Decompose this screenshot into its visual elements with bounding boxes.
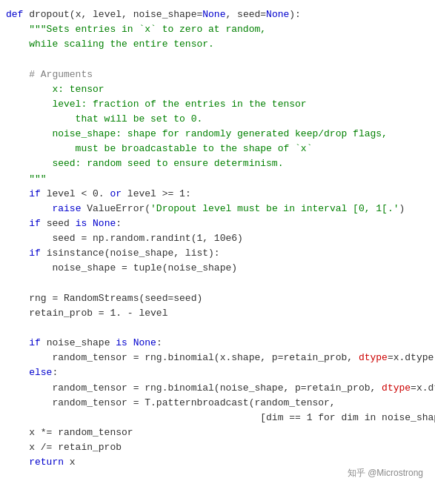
token: level: fraction of the entries in the te… (6, 99, 307, 110)
token: dropout (29, 9, 70, 20)
code-line: noise_shape: shape for randomly generate… (6, 127, 426, 142)
token: if (29, 248, 41, 259)
token: if (29, 188, 41, 199)
token: : (156, 337, 162, 348)
token: is (116, 337, 127, 348)
code-line: random_tensor = rng.binomial(x.shape, p=… (6, 351, 426, 365)
token (6, 337, 29, 348)
code-line: level: fraction of the entries in the te… (6, 97, 426, 112)
code-line: def dropout(x, level, noise_shape=None, … (6, 7, 426, 22)
token: must be broadcastable to the shape of `x… (6, 143, 312, 154)
code-line: while scaling the entire tensor. (6, 37, 426, 52)
token: raise (52, 203, 81, 214)
token: x: tensor (6, 84, 104, 95)
token: x *= random_tensor (6, 427, 133, 438)
token: : (116, 218, 122, 229)
code-line: [dim == 1 for dim in noise_shape]) (6, 411, 426, 425)
code-line: x: tensor (6, 82, 426, 97)
token: or (110, 188, 122, 199)
token (6, 457, 29, 468)
token: seed (41, 218, 76, 229)
code-line: if level < 0. or level >= 1: (6, 187, 426, 202)
token: rng = RandomStreams(seed=seed) (6, 293, 202, 304)
token: dtype (382, 382, 411, 394)
token: def (6, 9, 29, 20)
token (6, 367, 29, 378)
token: [dim == 1 for dim in noise_shape]) (6, 412, 435, 423)
code-line (6, 52, 426, 67)
token: ) (399, 203, 405, 214)
code-line (6, 276, 426, 291)
token: None (133, 337, 156, 348)
token: seed: random seed to ensure determinism. (6, 158, 283, 169)
token: x /= retain_prob (6, 442, 122, 453)
code-line: x *= random_tensor (6, 425, 426, 440)
token: noise_shape (41, 337, 116, 348)
code-content: def dropout(x, level, noise_shape=None, … (6, 7, 426, 470)
token: noise_shape = tuple(noise_shape) (6, 262, 237, 273)
token: # Arguments (6, 69, 93, 80)
token: None (266, 9, 289, 20)
token: if (29, 337, 41, 348)
token: else (29, 367, 52, 378)
token: while scaling the entire tensor. (6, 39, 214, 50)
token: =x.dtype) (388, 352, 435, 363)
code-line: raise ValueError('Dropout level must be … (6, 202, 426, 216)
code-line: if seed is None: (6, 216, 426, 231)
code-block: def dropout(x, level, noise_shape=None, … (0, 0, 435, 489)
token: x (64, 457, 76, 468)
token: is (76, 218, 87, 229)
code-line: retain_prob = 1. - level (6, 306, 426, 321)
code-line: seed = np.random.randint(1, 10e6) (6, 231, 426, 246)
token: level < 0. (41, 188, 110, 199)
code-line: """Sets entries in `x` to zero at random… (6, 22, 426, 37)
code-line: noise_shape = tuple(noise_shape) (6, 261, 426, 276)
token (87, 218, 93, 229)
code-line (6, 321, 426, 336)
token: None (202, 9, 225, 20)
token: random_tensor = rng.binomial(x.shape, p=… (6, 352, 359, 363)
token: """Sets entries in `x` to zero at random… (6, 24, 266, 35)
code-line: rng = RandomStreams(seed=seed) (6, 291, 426, 306)
code-line: if noise_shape is None: (6, 336, 426, 351)
token: dtype (359, 352, 388, 363)
token: , seed= (225, 9, 266, 20)
token (6, 218, 29, 229)
token (127, 337, 133, 348)
token: ValueError( (81, 203, 150, 214)
token: seed = np.random.randint(1, 10e6) (6, 233, 243, 244)
token: None (93, 218, 116, 229)
token: random_tensor = rng.binomial(noise_shape… (6, 382, 382, 394)
code-line: random_tensor = rng.binomial(noise_shape… (6, 381, 426, 396)
token: noise_shape: shape for randomly generate… (6, 128, 388, 139)
code-line: if isinstance(noise_shape, list): (6, 246, 426, 261)
code-line: else: (6, 365, 426, 380)
token: : (52, 367, 58, 378)
token: if (29, 218, 41, 229)
token: =x.dtype) (411, 382, 435, 394)
token (6, 248, 29, 259)
token: """ (6, 173, 47, 185)
token (6, 203, 52, 214)
token (6, 188, 29, 199)
token: (x, level, noise_shape= (70, 9, 202, 20)
token: 'Dropout level must be in interval [0, 1… (150, 203, 399, 214)
token: ): (289, 9, 301, 20)
code-line: # Arguments (6, 67, 426, 82)
token: return (29, 457, 64, 468)
code-line: x /= retain_prob (6, 440, 426, 455)
code-line: that will be set to 0. (6, 112, 426, 127)
token: that will be set to 0. (6, 113, 202, 125)
token: isinstance(noise_shape, list): (41, 248, 220, 259)
code-line: must be broadcastable to the shape of `x… (6, 142, 426, 156)
code-line: seed: random seed to ensure determinism. (6, 156, 426, 171)
code-line: """ (6, 172, 426, 187)
token: retain_prob = 1. - level (6, 308, 167, 319)
code-line: random_tensor = T.patternbroadcast(rando… (6, 396, 426, 411)
token: random_tensor = T.patternbroadcast(rando… (6, 397, 336, 408)
token: level >= 1: (122, 188, 191, 199)
watermark: 知乎 @Microstrong (348, 466, 423, 480)
